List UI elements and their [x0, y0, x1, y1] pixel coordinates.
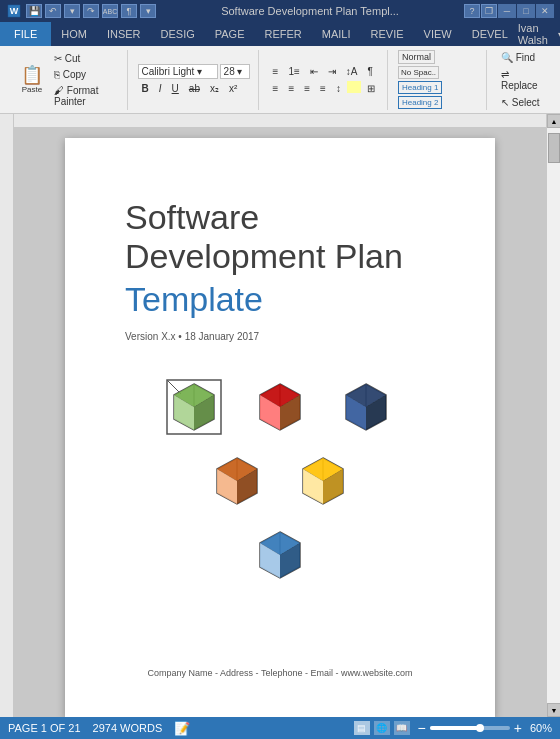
replace-button[interactable]: ⇌ Replace [497, 67, 544, 93]
ribbon-toolbar: 📋 Paste ✂ Cut ⎘ Copy 🖌 Format Painter Ca… [0, 46, 560, 114]
title-line2-text: Development Plan [125, 237, 403, 275]
zoom-level: 60% [530, 722, 552, 734]
scroll-down-button[interactable]: ▼ [547, 703, 560, 717]
clipboard-buttons: 📋 Paste ✂ Cut ⎘ Copy 🖌 Format Painter [16, 51, 119, 109]
zoom-plus-button[interactable]: + [514, 720, 522, 736]
ribbon-tabs: FILE HOM INSER DESIG PAGE REFER MAILI RE… [0, 22, 560, 46]
word-count: 2974 WORDS [93, 722, 163, 734]
status-right: ▤ 🌐 📖 − + 60% [354, 720, 552, 736]
indent-decrease-button[interactable]: ⇤ [306, 64, 322, 79]
quick-access-icons: 💾 ↶ ▾ ↷ ABC ¶ ▾ [26, 4, 156, 18]
tab-file[interactable]: FILE [0, 22, 51, 46]
style-no-spacing[interactable]: No Spac.. [398, 66, 439, 79]
restore-down-button[interactable]: ❐ [481, 4, 497, 18]
indent-increase-button[interactable]: ⇥ [324, 64, 340, 79]
tab-developer[interactable]: DEVEL [462, 22, 518, 46]
zoom-thumb[interactable] [476, 724, 484, 732]
document-area: Software Development Plan Template Versi… [14, 114, 546, 717]
maximize-button[interactable]: □ [517, 4, 535, 18]
undo-icon[interactable]: ↶ [45, 4, 61, 18]
cubes-row-2 [202, 446, 358, 516]
style-heading1[interactable]: Heading 1 [398, 81, 442, 94]
scrollbar-vertical[interactable]: ▲ ▼ [546, 114, 560, 717]
find-button[interactable]: 🔍 Find [497, 50, 544, 65]
line-spacing-button[interactable]: ↕ [332, 81, 345, 96]
format-painter-button[interactable]: 🖌 Format Painter [50, 83, 119, 109]
tab-insert[interactable]: INSER [97, 22, 151, 46]
redo-icon[interactable]: ↷ [83, 4, 99, 18]
cubes-area [125, 372, 435, 590]
style-heading2[interactable]: Heading 2 [398, 96, 442, 109]
scroll-up-button[interactable]: ▲ [547, 114, 560, 128]
shading-button[interactable] [347, 81, 361, 93]
group-clipboard: 📋 Paste ✂ Cut ⎘ Copy 🖌 Format Painter [8, 50, 128, 110]
paste-button[interactable]: 📋 Paste [16, 63, 48, 97]
strikethrough-button[interactable]: ab [185, 81, 204, 96]
title-bar: W 💾 ↶ ▾ ↷ ABC ¶ ▾ Software Development P… [0, 0, 560, 22]
spell-icon[interactable]: ABC [102, 4, 118, 18]
align-right-button[interactable]: ≡ [300, 81, 314, 96]
justify-button[interactable]: ≡ [316, 81, 330, 96]
zoom-track[interactable] [430, 726, 510, 730]
help-button[interactable]: ? [464, 4, 480, 18]
cut-button[interactable]: ✂ Cut [50, 51, 119, 66]
status-bar: PAGE 1 OF 21 2974 WORDS 📝 ▤ 🌐 📖 − + 60% [0, 717, 560, 739]
group-styles: Normal No Spac.. Heading 1 Heading 2 [390, 50, 487, 110]
align-left-button[interactable]: ≡ [269, 81, 283, 96]
style-normal[interactable]: Normal [398, 50, 435, 64]
tab-home[interactable]: HOM [51, 22, 97, 46]
tab-page[interactable]: PAGE [205, 22, 255, 46]
document-subtitle: Template [125, 280, 435, 319]
cube-navy [331, 372, 401, 442]
tab-review[interactable]: REVIE [361, 22, 414, 46]
view-web-layout[interactable]: 🌐 [374, 721, 390, 735]
horizontal-ruler [14, 114, 546, 128]
sort-button[interactable]: ↕A [342, 64, 362, 79]
numbering-button[interactable]: 1≡ [284, 64, 303, 79]
scroll-thumb[interactable] [548, 133, 560, 163]
save-icon[interactable]: 💾 [26, 4, 42, 18]
select-button[interactable]: ↖ Select [497, 95, 544, 110]
format-dropdown[interactable]: ▾ [140, 4, 156, 18]
tab-design[interactable]: DESIG [151, 22, 205, 46]
main-area: Software Development Plan Template Versi… [0, 114, 560, 717]
close-button[interactable]: ✕ [536, 4, 554, 18]
tab-mailings[interactable]: MAILI [312, 22, 361, 46]
superscript-button[interactable]: x² [225, 81, 241, 96]
undo-dropdown[interactable]: ▾ [64, 4, 80, 18]
format-icon[interactable]: ¶ [121, 4, 137, 18]
underline-button[interactable]: U [168, 81, 183, 96]
group-font: Calibri Light ▾ 28 ▾ B I U ab x₂ x² [130, 50, 259, 110]
group-paragraph: ≡ 1≡ ⇤ ⇥ ↕A ¶ ≡ ≡ ≡ ≡ ↕ ⊞ [261, 50, 388, 110]
cube-red [245, 372, 315, 442]
document-scroll[interactable]: Software Development Plan Template Versi… [14, 128, 546, 717]
font-size-dropdown[interactable]: 28 ▾ [220, 64, 250, 79]
view-print-layout[interactable]: ▤ [354, 721, 370, 735]
bullets-button[interactable]: ≡ [269, 64, 283, 79]
font-family-dropdown[interactable]: Calibri Light ▾ [138, 64, 218, 79]
show-formatting-button[interactable]: ¶ [364, 64, 377, 79]
cube-orange [202, 446, 272, 516]
bold-button[interactable]: B [138, 81, 153, 96]
track-changes-icon: 📝 [174, 721, 190, 736]
subscript-button[interactable]: x₂ [206, 81, 223, 96]
document-title-line1: Software Development Plan [125, 198, 435, 276]
cubes-row-1 [159, 372, 401, 442]
copy-button[interactable]: ⎘ Copy [50, 67, 119, 82]
paste-label: Paste [22, 85, 42, 94]
svg-text:W: W [10, 6, 19, 16]
minimize-button[interactable]: ─ [498, 4, 516, 18]
zoom-minus-button[interactable]: − [418, 720, 426, 736]
italic-button[interactable]: I [155, 81, 166, 96]
tab-references[interactable]: REFER [255, 22, 312, 46]
border-button[interactable]: ⊞ [363, 81, 379, 96]
align-center-button[interactable]: ≡ [284, 81, 298, 96]
tab-view[interactable]: VIEW [414, 22, 462, 46]
zoom-slider[interactable]: − + [418, 720, 522, 736]
view-read-mode[interactable]: 📖 [394, 721, 410, 735]
title-bar-left: W 💾 ↶ ▾ ↷ ABC ¶ ▾ [6, 3, 156, 19]
window-title: Software Development Plan Templ... [156, 5, 464, 17]
scroll-track[interactable] [547, 128, 560, 703]
document-version: Version X.x • 18 January 2017 [125, 331, 435, 342]
group-editing: 🔍 Find ⇌ Replace ↖ Select [489, 50, 552, 110]
